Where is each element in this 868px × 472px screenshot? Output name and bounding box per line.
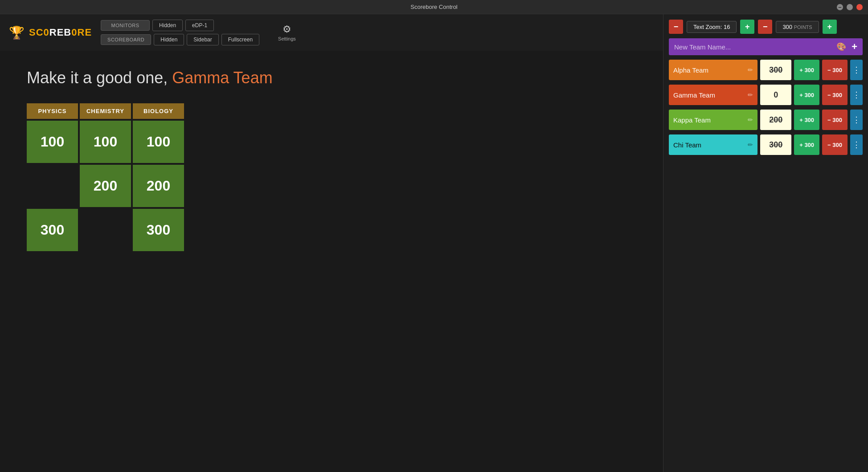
chi-sub-button[interactable]: − 300 xyxy=(822,134,848,155)
alpha-team-name-box[interactable]: Alpha Team ✏ xyxy=(669,60,757,80)
kappa-edit-icon[interactable]: ✏ xyxy=(748,116,753,123)
kappa-add-button[interactable]: + 300 xyxy=(794,110,819,130)
scoreboard-sidebar-btn[interactable]: Sidebar xyxy=(187,34,218,45)
kappa-team-name: Kappa Team xyxy=(673,116,711,124)
team-row-alpha: Alpha Team ✏ 300 + 300 − 300 ⋮ xyxy=(669,60,863,80)
monitors-label: MONITORS xyxy=(101,20,150,31)
kappa-more-button[interactable]: ⋮ xyxy=(850,110,863,130)
current-team-name: Gamma Team xyxy=(172,69,272,87)
cell-chemistry-300-empty xyxy=(80,209,131,251)
chi-add-button[interactable]: + 300 xyxy=(794,134,819,155)
alpha-more-button[interactable]: ⋮ xyxy=(850,60,863,80)
scoreboard-row: SCOREBOARD Hidden Sidebar Fullscreen xyxy=(101,34,259,45)
scoreboard-label: SCOREBOARD xyxy=(101,34,151,45)
gamma-add-button[interactable]: + 300 xyxy=(794,85,819,105)
window-controls: − xyxy=(837,4,863,10)
col-header-physics: PHYSICS xyxy=(27,103,78,119)
app-container: 🏆 SC0REB0RE MONITORS Hidden eDP-1 SCOREB… xyxy=(0,14,868,472)
logo-icon: 🏆 xyxy=(9,25,25,40)
cell-physics-300[interactable]: 300 xyxy=(27,209,78,251)
new-team-input[interactable] xyxy=(674,43,831,51)
points-label: POINTS xyxy=(794,24,812,30)
chi-team-name-box[interactable]: Chi Team ✏ xyxy=(669,134,757,155)
logo: 🏆 SC0REB0RE xyxy=(9,25,92,40)
app-title: Scorebore Control xyxy=(410,4,458,10)
logo-text: SC0REB0RE xyxy=(29,27,92,38)
cell-chemistry-200[interactable]: 200 xyxy=(80,165,131,207)
alpha-score-box: 300 xyxy=(760,60,791,80)
gamma-sub-button[interactable]: − 300 xyxy=(822,85,848,105)
monitors-edp-btn[interactable]: eDP-1 xyxy=(185,20,214,31)
settings-label: Settings xyxy=(278,36,296,41)
gamma-edit-icon[interactable]: ✏ xyxy=(748,91,753,98)
team-row-chi: Chi Team ✏ 300 + 300 − 300 ⋮ xyxy=(669,134,863,155)
points-plus-button[interactable]: + xyxy=(823,20,837,34)
gamma-score-box: 0 xyxy=(760,85,791,105)
team-row-gamma: Gamma Team ✏ 0 + 300 − 300 ⋮ xyxy=(669,85,863,105)
cell-biology-300[interactable]: 300 xyxy=(133,209,184,251)
kappa-score-box: 200 xyxy=(760,110,791,130)
right-panel: − Text Zoom: 16 + − 300 POINTS + 🎨 + Alp… xyxy=(663,14,868,472)
chi-edit-icon[interactable]: ✏ xyxy=(748,141,753,148)
alpha-add-button[interactable]: + 300 xyxy=(794,60,819,80)
points-value: 300 xyxy=(782,24,792,30)
maximize-button[interactable] xyxy=(847,4,853,10)
minimize-button[interactable]: − xyxy=(837,4,843,10)
kappa-team-name-box[interactable]: Kappa Team ✏ xyxy=(669,110,757,130)
team-row-kappa: Kappa Team ✏ 200 + 300 − 300 ⋮ xyxy=(669,110,863,130)
settings-button[interactable]: ⚙ Settings xyxy=(273,21,301,44)
cell-biology-100[interactable]: 100 xyxy=(133,121,184,163)
left-panel: 🏆 SC0REB0RE MONITORS Hidden eDP-1 SCOREB… xyxy=(0,14,663,472)
alpha-team-name: Alpha Team xyxy=(673,66,708,74)
alpha-edit-icon[interactable]: ✏ xyxy=(748,66,753,73)
chi-more-button[interactable]: ⋮ xyxy=(850,134,863,155)
header: 🏆 SC0REB0RE MONITORS Hidden eDP-1 SCOREB… xyxy=(0,14,663,51)
main-content: Make it a good one, Gamma Team PHYSICS C… xyxy=(0,51,663,472)
cell-physics-200-empty xyxy=(27,165,78,207)
zoom-minus-button[interactable]: − xyxy=(669,20,683,34)
title-bar: Scorebore Control − xyxy=(0,0,868,14)
palette-button[interactable]: 🎨 xyxy=(835,42,848,52)
cell-physics-100[interactable]: 100 xyxy=(27,121,78,163)
add-team-button[interactable]: + xyxy=(852,41,857,53)
zoom-plus-button[interactable]: + xyxy=(740,20,754,34)
zoom-display: Text Zoom: 16 xyxy=(687,21,737,33)
col-header-biology: BIOLOGY xyxy=(133,103,184,119)
kappa-sub-button[interactable]: − 300 xyxy=(822,110,848,130)
top-controls: − Text Zoom: 16 + − 300 POINTS + xyxy=(669,20,863,34)
cell-biology-200[interactable]: 200 xyxy=(133,165,184,207)
cell-chemistry-100[interactable]: 100 xyxy=(80,121,131,163)
gamma-team-name-box[interactable]: Gamma Team ✏ xyxy=(669,85,757,105)
gamma-more-button[interactable]: ⋮ xyxy=(850,85,863,105)
gear-icon: ⚙ xyxy=(283,24,291,35)
monitors-row: MONITORS Hidden eDP-1 xyxy=(101,20,259,31)
welcome-prefix: Make it a good one, xyxy=(27,69,168,87)
points-display: 300 POINTS xyxy=(776,21,819,33)
nav-group: MONITORS Hidden eDP-1 SCOREBOARD Hidden … xyxy=(101,20,259,45)
points-minus-button[interactable]: − xyxy=(758,20,772,34)
scoreboard-hidden-btn[interactable]: Hidden xyxy=(154,34,184,45)
chi-team-name: Chi Team xyxy=(673,141,701,149)
gamma-team-name: Gamma Team xyxy=(673,91,715,99)
scoreboard-fullscreen-btn[interactable]: Fullscreen xyxy=(221,34,259,45)
monitors-hidden-btn[interactable]: Hidden xyxy=(152,20,183,31)
game-board: PHYSICS CHEMISTRY BIOLOGY 100 100 100 20… xyxy=(27,103,184,251)
alpha-sub-button[interactable]: − 300 xyxy=(822,60,848,80)
welcome-text: Make it a good one, Gamma Team xyxy=(27,69,273,87)
chi-score-box: 300 xyxy=(760,134,791,155)
new-team-row: 🎨 + xyxy=(669,38,863,55)
close-button[interactable] xyxy=(856,4,863,10)
col-header-chemistry: CHEMISTRY xyxy=(80,103,131,119)
